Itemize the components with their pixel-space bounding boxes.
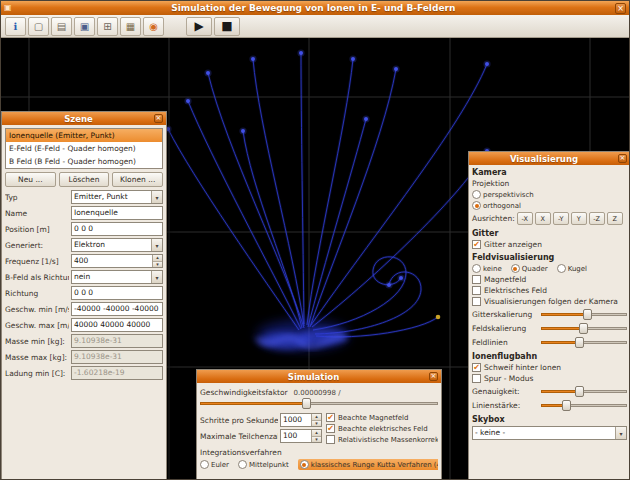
checkbox-row[interactable]: Magnetfeld <box>472 275 627 284</box>
scene-list-item[interactable]: E-Feld (E-Feld - Quader homogen) <box>6 142 162 155</box>
field-spin[interactable]: 400▴▾ <box>71 254 163 268</box>
checkbox-row[interactable]: Beachte elektrisches Feld <box>326 424 438 433</box>
radio-option[interactable]: keine <box>472 264 502 273</box>
radio-option[interactable]: Mittelpunkt <box>238 460 289 469</box>
align-z-button[interactable]: Z <box>607 212 623 225</box>
slider-handle[interactable] <box>575 386 584 397</box>
slider-handle[interactable] <box>583 309 592 320</box>
slider-fill <box>541 313 586 316</box>
field-input[interactable]: 0 0 0 <box>71 222 163 236</box>
checkbox[interactable] <box>472 286 481 295</box>
field-lines-slider[interactable] <box>541 337 627 348</box>
open-button[interactable]: ▤ <box>51 17 72 36</box>
checkbox-row[interactable]: Spur - Modus <box>472 374 627 383</box>
slider-handle[interactable] <box>575 337 584 348</box>
radio-option[interactable]: perspektivisch <box>472 190 534 199</box>
field-spin[interactable]: 100▴▾ <box>280 429 322 443</box>
speed-factor-slider[interactable] <box>200 398 438 409</box>
window-close-button[interactable]: × <box>615 3 626 14</box>
new-button[interactable]: ▢ <box>28 17 49 36</box>
field-label: Masse min [kg]: <box>5 337 69 346</box>
radio-option[interactable]: Euler <box>200 460 229 469</box>
grid-view-button[interactable]: ⊞ <box>97 17 118 36</box>
scene-button-row: Neu ...LöschenKlonen ... <box>5 172 163 187</box>
align-negx-button[interactable]: -X <box>517 212 533 225</box>
clone-button[interactable]: Klonen ... <box>112 172 163 187</box>
field-input[interactable]: 40000 40000 40000 <box>71 318 163 332</box>
skybox-combo[interactable]: - keine - ▾ <box>472 426 627 440</box>
checkbox[interactable] <box>472 363 481 372</box>
checkbox-row[interactable]: Visualisierungen folgen der Kamera <box>472 297 627 306</box>
field-combo[interactable]: Emitter, Punkt▾ <box>71 190 163 204</box>
align-negy-button[interactable]: -Y <box>553 212 569 225</box>
scene-object-list: Ionenquelle (Emitter, Punkt)E-Feld (E-Fe… <box>5 128 163 169</box>
checkbox-label: Magnetfeld <box>484 275 526 284</box>
visualization-panel-titlebar[interactable]: Visualisierung × <box>469 152 630 165</box>
checkbox[interactable] <box>472 297 481 306</box>
slider-handle[interactable] <box>579 323 588 334</box>
checkbox[interactable] <box>326 424 335 433</box>
radio-label: klassisches Runge Kutta Verfahren (4 Ord… <box>311 461 438 469</box>
radio-option[interactable]: orthogonal <box>472 201 521 210</box>
field-input: 9.10938e-31 <box>71 334 163 348</box>
radio-option[interactable]: klassisches Runge Kutta Verfahren (4 Ord… <box>298 459 438 470</box>
field-combo[interactable]: Elektron▾ <box>71 238 163 252</box>
grid-scale-slider[interactable] <box>541 309 627 320</box>
checkbox[interactable] <box>472 374 481 383</box>
scene-panel-close-button[interactable]: × <box>154 114 163 123</box>
align-y-button[interactable]: Y <box>571 212 587 225</box>
field-value: 9.10938e-31 <box>72 335 162 347</box>
field-input[interactable]: -40000 -40000 -40000 <box>71 302 163 316</box>
info-button[interactable]: ℹ <box>5 17 26 36</box>
align-x-button[interactable]: X <box>535 212 551 225</box>
checkbox[interactable] <box>326 435 335 444</box>
spin-down-icon[interactable]: ▾ <box>312 436 321 443</box>
checkbox[interactable] <box>326 413 335 422</box>
play-button[interactable]: ▶ <box>186 17 212 36</box>
scene-list-item[interactable]: B Feld (B Feld - Quader homogen) <box>6 155 162 168</box>
field-row: Schritte pro Sekunde1000▴▾ <box>200 413 322 427</box>
slider-handle[interactable] <box>302 398 311 409</box>
field-input[interactable]: 0 0 0 <box>71 286 163 300</box>
field-row: B-Feld als Richtung:nein▾ <box>5 270 163 284</box>
save-button[interactable]: ▣ <box>74 17 95 36</box>
integration-method-options: EulerMittelpunktklassisches Runge Kutta … <box>200 459 438 470</box>
align-negz-button[interactable]: -Z <box>589 212 605 225</box>
checkbox-row[interactable]: Elektrisches Feld <box>472 286 627 295</box>
field-input[interactable]: Ionenquelle <box>71 206 163 220</box>
record-button[interactable]: ◉ <box>143 17 164 36</box>
chevron-down-icon: ▾ <box>151 271 162 283</box>
accuracy-slider[interactable] <box>541 386 627 397</box>
slider-label: Feldskalierung <box>472 324 538 333</box>
scene-list-item[interactable]: Ionenquelle (Emitter, Punkt) <box>6 129 162 142</box>
checkbox[interactable] <box>472 275 481 284</box>
radio-option[interactable]: Quader <box>511 264 548 273</box>
checkbox-row[interactable]: Beachte Magnetfeld <box>326 413 438 422</box>
field-value: Elektron <box>72 239 151 251</box>
checkbox-row[interactable]: Gitter anzeigen <box>472 240 627 249</box>
field-row: Maximale Teilchenzahl100▴▾ <box>200 429 322 443</box>
radio-option[interactable]: Kugel <box>557 264 587 273</box>
checkbox-row[interactable]: Relativistische Massenkorrektur <box>326 435 438 444</box>
delete-button[interactable]: Löschen <box>59 172 110 187</box>
line-width-slider[interactable] <box>541 400 627 411</box>
slider-handle[interactable] <box>562 400 571 411</box>
new-button[interactable]: Neu ... <box>5 172 56 187</box>
field-scale-slider[interactable] <box>541 323 627 334</box>
scene-panel-titlebar[interactable]: Szene × <box>2 112 166 125</box>
simulation-panel-titlebar[interactable]: Simulation × <box>197 370 441 383</box>
window-titlebar[interactable]: ▣ Simulation der Bewegung von Ionen in E… <box>1 1 629 15</box>
radio-button <box>557 264 566 273</box>
checkbox-row[interactable]: Schweif hinter Ionen <box>472 363 627 372</box>
screenshot-button[interactable]: ▦ <box>120 17 141 36</box>
field-label: Geschw. min [m/s]: <box>5 305 69 314</box>
spin-down-icon[interactable]: ▾ <box>312 420 321 427</box>
stop-button[interactable]: ■ <box>214 17 240 36</box>
field-spin[interactable]: 1000▴▾ <box>280 413 322 427</box>
field-combo[interactable]: nein▾ <box>71 270 163 284</box>
visualization-panel-close-button[interactable]: × <box>618 154 627 163</box>
simulation-panel-close-button[interactable]: × <box>429 372 438 381</box>
checkbox[interactable] <box>472 240 481 249</box>
chevron-down-icon: ▾ <box>151 191 162 203</box>
spin-down-icon[interactable]: ▾ <box>153 261 162 268</box>
